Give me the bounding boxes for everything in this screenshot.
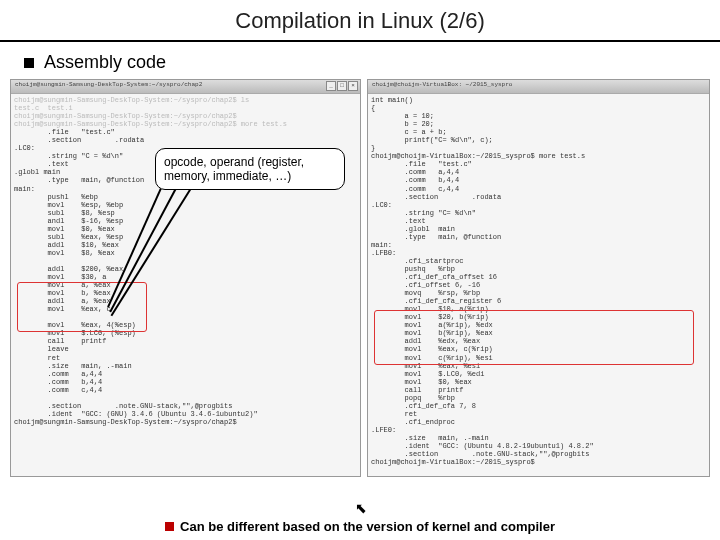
mouse-cursor-icon: ⬉ bbox=[355, 500, 367, 516]
titlebar-left: choijm@sungmin-Samsung-DeskTop-System:~/… bbox=[11, 80, 360, 94]
footer-text: Can be different based on the version of… bbox=[180, 519, 555, 534]
titlebar-left-text: choijm@sungmin-Samsung-DeskTop-System:~/… bbox=[15, 81, 202, 88]
prompt-line-1: choijm@sungmin-Samsung-DeskTop-System:~/… bbox=[14, 96, 357, 104]
terminal-left: choijm@sungmin-Samsung-DeskTop-System:~/… bbox=[10, 79, 361, 477]
square-bullet-red-icon bbox=[165, 522, 174, 531]
prompt-line-4: choijm@sungmin-Samsung-DeskTop-System:~/… bbox=[14, 120, 357, 128]
titlebar-right-text: choijm@choijm-VirtualBox: ~/2015_syspro bbox=[372, 81, 512, 88]
callout-line-2: memory, immediate, …) bbox=[164, 169, 336, 183]
window-controls-left: _ □ × bbox=[326, 81, 358, 91]
callout-bubble: opcode, operand (register, memory, immed… bbox=[155, 148, 345, 190]
highlight-box-right bbox=[374, 310, 694, 365]
maximize-icon[interactable]: □ bbox=[337, 81, 347, 91]
prompt-line-3: choijm@sungmin-Samsung-DeskTop-System:~/… bbox=[14, 112, 357, 120]
terminal-right: choijm@choijm-VirtualBox: ~/2015_syspro … bbox=[367, 79, 710, 477]
close-icon[interactable]: × bbox=[348, 81, 358, 91]
titlebar-right: choijm@choijm-VirtualBox: ~/2015_syspro bbox=[368, 80, 709, 94]
heading-row: Assembly code bbox=[0, 52, 720, 73]
panels-container: choijm@sungmin-Samsung-DeskTop-System:~/… bbox=[0, 79, 720, 477]
slide-title: Compilation in Linux (2/6) bbox=[0, 0, 720, 40]
heading-text: Assembly code bbox=[44, 52, 166, 73]
source-header-right: int main() { a = 10; b = 20; c = a + b; … bbox=[371, 96, 706, 160]
footer-row: Can be different based on the version of… bbox=[0, 519, 720, 534]
prompt-line-2: test.c test.i bbox=[14, 104, 357, 112]
callout-line-1: opcode, operand (register, bbox=[164, 155, 336, 169]
square-bullet-icon bbox=[24, 58, 34, 68]
title-rule bbox=[0, 40, 720, 42]
minimize-icon[interactable]: _ bbox=[326, 81, 336, 91]
